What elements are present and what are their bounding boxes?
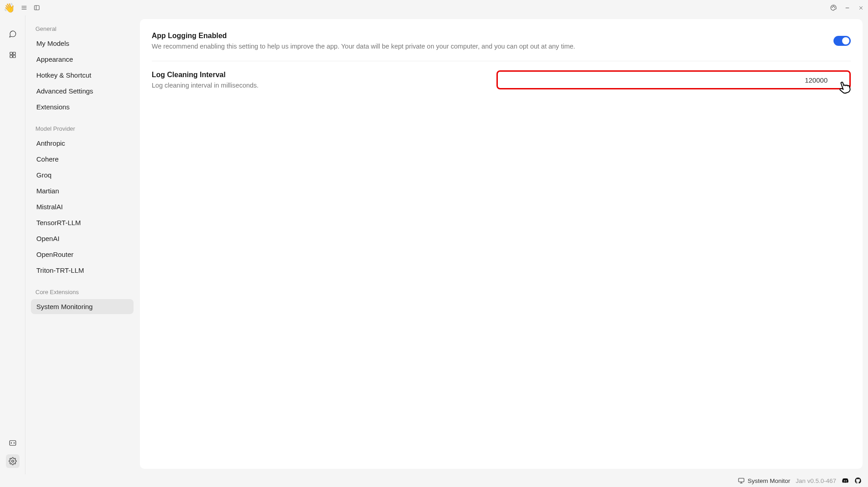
svg-rect-13 — [10, 55, 12, 58]
status-system-monitor[interactable]: System Monitor — [738, 477, 790, 484]
app-logo-wave: 👋 — [4, 3, 15, 12]
titlebar-right — [830, 4, 864, 11]
svg-rect-12 — [13, 52, 15, 54]
settings-sidebar: GeneralMy ModelsAppearanceHotkey & Short… — [25, 15, 137, 474]
rail-chat-icon[interactable] — [6, 27, 20, 41]
svg-rect-14 — [13, 55, 15, 58]
sidebar-item-my-models[interactable]: My Models — [31, 36, 134, 51]
main-panel: App Logging Enabled We recommend enablin… — [137, 15, 868, 474]
setting-control — [833, 36, 851, 46]
setting-title: Log Cleaning Interval — [152, 71, 483, 79]
settings-card: App Logging Enabled We recommend enablin… — [140, 19, 863, 469]
setting-control — [496, 70, 851, 89]
palette-icon[interactable] — [830, 4, 837, 11]
sidebar-item-advanced-settings[interactable]: Advanced Settings — [31, 84, 134, 98]
sidebar-item-groq[interactable]: Groq — [31, 167, 134, 182]
app-logging-toggle[interactable] — [833, 36, 851, 46]
setting-description: Log cleaning interval in milliseconds. — [152, 82, 483, 89]
rail-grid-icon[interactable] — [6, 48, 20, 62]
status-system-monitor-label: System Monitor — [748, 477, 790, 484]
titlebar-left: 👋 — [4, 3, 40, 12]
titlebar: 👋 — [0, 0, 868, 15]
setting-description: We recommend enabling this setting to he… — [152, 43, 820, 50]
svg-rect-11 — [10, 52, 12, 54]
sidebar-item-extensions[interactable]: Extensions — [31, 99, 134, 114]
setting-text: App Logging Enabled We recommend enablin… — [152, 32, 820, 50]
sidebar-item-hotkey-shortcut[interactable]: Hotkey & Shortcut — [31, 68, 134, 83]
sidebar-item-mistralai[interactable]: MistralAI — [31, 199, 134, 214]
svg-point-6 — [833, 6, 833, 6]
sidebar-item-anthropic[interactable]: Anthropic — [31, 136, 134, 151]
setting-app-logging: App Logging Enabled We recommend enablin… — [152, 29, 851, 61]
statusbar: System Monitor Jan v0.5.0-467 — [0, 474, 868, 487]
sidebar-item-tensorrt-llm[interactable]: TensorRT-LLM — [31, 215, 134, 230]
rail-bottom — [6, 436, 20, 474]
app-layout: GeneralMy ModelsAppearanceHotkey & Short… — [0, 15, 868, 474]
setting-text: Log Cleaning Interval Log cleaning inter… — [152, 71, 483, 89]
sidebar-item-triton-trt-llm[interactable]: Triton-TRT-LLM — [31, 263, 134, 278]
sidebar-item-martian[interactable]: Martian — [31, 183, 134, 198]
rail-code-icon[interactable] — [6, 436, 20, 450]
discord-icon[interactable] — [842, 477, 849, 484]
window-close-button[interactable] — [857, 4, 864, 11]
sidebar-item-cohere[interactable]: Cohere — [31, 152, 134, 167]
sidebar-group-title: General — [31, 24, 134, 34]
sidebar-item-openrouter[interactable]: OpenRouter — [31, 247, 134, 262]
svg-rect-15 — [10, 441, 16, 446]
github-icon[interactable] — [854, 477, 862, 484]
setting-log-interval: Log Cleaning Interval Log cleaning inter… — [152, 61, 851, 100]
sidebar-group-title: Core Extensions — [31, 287, 134, 297]
rail-settings-icon[interactable] — [6, 454, 20, 468]
sidebar-item-openai[interactable]: OpenAI — [31, 231, 134, 246]
setting-title: App Logging Enabled — [152, 32, 820, 40]
svg-rect-17 — [739, 478, 744, 482]
svg-point-5 — [832, 7, 833, 7]
status-version: Jan v0.5.0-467 — [796, 477, 836, 484]
sidebar-item-appearance[interactable]: Appearance — [31, 52, 134, 67]
log-interval-input[interactable] — [496, 70, 851, 89]
sidebar-item-system-monitoring[interactable]: System Monitoring — [31, 299, 134, 314]
icon-rail — [0, 15, 25, 474]
svg-rect-3 — [35, 5, 40, 10]
window-minimize-button[interactable] — [843, 4, 851, 11]
svg-point-7 — [834, 7, 835, 7]
svg-point-16 — [11, 460, 14, 462]
hamburger-icon[interactable] — [20, 4, 28, 11]
panel-toggle-icon[interactable] — [33, 4, 40, 11]
sidebar-group-title: Model Provider — [31, 123, 134, 134]
